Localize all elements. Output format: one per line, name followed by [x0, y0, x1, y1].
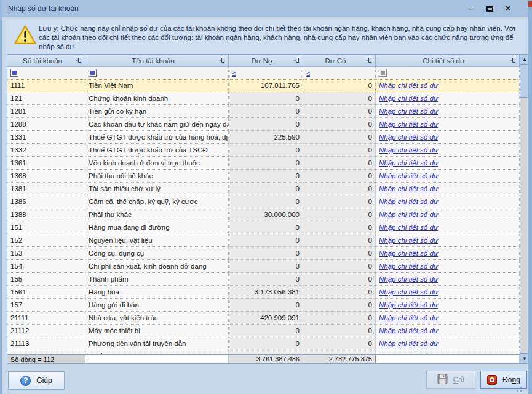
credit-cell[interactable]: 0 — [303, 105, 376, 118]
credit-cell[interactable]: 0 — [303, 79, 376, 92]
enter-detail-link[interactable]: Nhập chi tiết số dư — [379, 301, 438, 309]
table-row[interactable]: 1332Thuế GTGT được khấu trừ của TSCĐ00Nh… — [7, 144, 520, 157]
pin-icon[interactable] — [76, 57, 82, 65]
column-header-credit[interactable]: Dư Có — [303, 55, 376, 67]
credit-cell[interactable]: 0 — [303, 312, 376, 325]
debit-cell[interactable]: 0 — [229, 247, 303, 260]
account-name-cell[interactable]: Các khoản đầu tư khác nắm giữ đến ngày đ… — [85, 118, 229, 131]
credit-cell[interactable]: 0 — [303, 299, 376, 312]
account-number-cell[interactable]: 21113 — [7, 337, 85, 350]
debit-cell[interactable]: 30.000.000 — [229, 208, 303, 221]
account-name-cell[interactable]: Nguyên liệu, vật liệu — [85, 234, 229, 247]
debit-cell[interactable]: 3.173.056.381 — [229, 286, 303, 299]
credit-cell[interactable]: 0 — [303, 131, 376, 144]
account-number-cell[interactable]: 1332 — [7, 144, 85, 157]
debit-cell[interactable]: 0 — [229, 92, 303, 105]
table-row[interactable]: 157Hàng gửi đi bán00Nhập chi tiết số dư — [7, 299, 520, 312]
table-row[interactable]: 1281Tiền gửi có kỳ hạn00Nhập chi tiết số… — [7, 105, 520, 118]
credit-cell[interactable]: 0 — [303, 337, 376, 350]
account-number-cell[interactable]: 1388 — [7, 208, 85, 221]
table-row[interactable]: 121Chứng khoán kinh doanh00Nhập chi tiết… — [7, 92, 520, 105]
account-name-cell[interactable]: Phải thu nội bộ khác — [85, 170, 229, 183]
enter-detail-link[interactable]: Nhập chi tiết số dư — [379, 82, 438, 89]
account-number-cell[interactable]: 1111 — [7, 79, 85, 92]
account-number-cell[interactable]: 121 — [7, 92, 85, 105]
save-button[interactable]: Cất — [426, 371, 475, 389]
table-row[interactable]: 1331Thuế GTGT được khấu trừ của hàng hóa… — [7, 131, 520, 144]
account-number-cell[interactable]: 21111 — [7, 312, 85, 325]
table-row[interactable]: 151Hàng mua đang đi đường00Nhập chi tiết… — [7, 221, 520, 234]
enter-detail-link[interactable]: Nhập chi tiết số dư — [379, 275, 438, 283]
debit-cell[interactable]: 0 — [229, 273, 303, 286]
account-name-cell[interactable]: Hàng mua đang đi đường — [85, 221, 229, 234]
account-name-cell[interactable]: Hàng hóa — [85, 286, 229, 299]
credit-cell[interactable]: 0 — [303, 92, 376, 105]
debit-cell[interactable]: 0 — [229, 195, 303, 208]
account-number-cell[interactable]: 157 — [7, 299, 85, 312]
table-row[interactable]: 1111Tiền Việt Nam107.811.7650Nhập chi ti… — [7, 79, 520, 92]
column-header-account[interactable]: Số tài khoản — [7, 55, 85, 67]
enter-detail-link[interactable]: Nhập chi tiết số dư — [379, 95, 438, 102]
credit-cell[interactable]: 0 — [303, 183, 376, 195]
account-number-cell[interactable]: 1281 — [7, 105, 85, 118]
table-row[interactable]: 1381Tài sản thiếu chờ xử lý00Nhập chi ti… — [7, 183, 520, 195]
enter-detail-link[interactable]: Nhập chi tiết số dư — [379, 224, 438, 231]
debit-cell[interactable]: 107.811.765 — [229, 79, 303, 92]
debit-cell[interactable]: 0 — [229, 221, 303, 234]
enter-detail-link[interactable]: Nhập chi tiết số dư — [379, 133, 438, 141]
account-name-cell[interactable]: Tiền Việt Nam — [85, 79, 229, 92]
account-name-cell[interactable]: Máy móc thiết bị — [85, 325, 229, 337]
table-row[interactable]: 21113Phương tiện vận tải truyền dẫn00Nhậ… — [7, 337, 520, 350]
help-button[interactable]: ?Giúp — [8, 371, 65, 390]
enter-detail-link[interactable]: Nhập chi tiết số dư — [379, 198, 438, 205]
filter-debit[interactable]: ≤ — [229, 67, 303, 79]
credit-cell[interactable]: 0 — [303, 157, 376, 170]
enter-detail-link[interactable]: Nhập chi tiết số dư — [379, 314, 438, 321]
less-equal-icon[interactable]: ≤ — [306, 69, 310, 77]
pin-icon[interactable] — [293, 57, 300, 65]
account-number-cell[interactable]: 153 — [7, 247, 85, 260]
credit-cell[interactable]: 0 — [303, 325, 376, 337]
credit-cell[interactable]: 0 — [303, 286, 376, 299]
account-number-cell[interactable]: 1386 — [7, 195, 85, 208]
credit-cell[interactable]: 0 — [303, 221, 376, 234]
account-number-cell[interactable]: 154 — [7, 260, 85, 273]
minimize-icon[interactable]: – — [466, 4, 476, 13]
account-number-cell[interactable]: 152 — [7, 234, 85, 247]
enter-detail-link[interactable]: Nhập chi tiết số dư — [379, 185, 438, 192]
credit-cell[interactable]: 0 — [303, 170, 376, 183]
credit-cell[interactable]: 0 — [303, 195, 376, 208]
enter-detail-link[interactable]: Nhập chi tiết số dư — [379, 211, 438, 218]
close-icon[interactable]: ✕ — [503, 4, 513, 13]
filter-type-icon[interactable] — [379, 69, 387, 77]
table-row[interactable]: 1388Phải thu khác30.000.0000Nhập chi tiế… — [7, 208, 520, 221]
resize-grip[interactable] — [516, 386, 522, 392]
account-name-cell[interactable]: Phải thu khác — [85, 208, 229, 221]
account-name-cell[interactable]: Hàng gửi đi bán — [85, 299, 229, 312]
account-name-cell[interactable]: Thuế GTGT được khấu trừ của TSCĐ — [85, 144, 229, 157]
debit-cell[interactable]: 225.590 — [229, 131, 303, 144]
credit-cell[interactable]: 0 — [303, 260, 376, 273]
filter-credit[interactable]: ≤ — [303, 67, 376, 79]
account-name-cell[interactable]: Tiền gửi có kỳ hạn — [85, 105, 229, 118]
table-row[interactable]: 1386Cầm cố, thế chấp, ký quỹ, ký cược00N… — [7, 195, 520, 208]
filter-detail[interactable] — [376, 67, 520, 79]
debit-cell[interactable]: 0 — [229, 144, 303, 157]
credit-cell[interactable]: 0 — [303, 118, 376, 131]
account-number-cell[interactable]: 1368 — [7, 170, 85, 183]
enter-detail-link[interactable]: Nhập chi tiết số dư — [379, 108, 438, 115]
table-row[interactable]: 21111Nhà cửa, vật kiến trúc420.909.0910N… — [7, 312, 520, 325]
table-row[interactable]: 1361Vốn kinh doanh ở đơn vị trực thuộc00… — [7, 157, 520, 170]
account-name-cell[interactable]: Công cụ, dụng cụ — [85, 247, 229, 260]
account-number-cell[interactable]: 1288 — [7, 118, 85, 131]
debit-cell[interactable]: 0 — [229, 118, 303, 131]
filter-account[interactable] — [7, 67, 85, 79]
debit-cell[interactable]: 420.909.091 — [229, 312, 303, 325]
account-number-cell[interactable]: 1331 — [7, 131, 85, 144]
account-number-cell[interactable]: 155 — [7, 273, 85, 286]
pin-icon[interactable] — [366, 57, 372, 65]
account-name-cell[interactable]: Thuế GTGT được khấu trừ của hàng hóa, dị… — [85, 131, 229, 144]
account-name-cell[interactable]: Phương tiện vận tải truyền dẫn — [85, 337, 229, 350]
debit-cell[interactable]: 0 — [229, 337, 303, 350]
enter-detail-link[interactable]: Nhập chi tiết số dư — [379, 237, 438, 244]
